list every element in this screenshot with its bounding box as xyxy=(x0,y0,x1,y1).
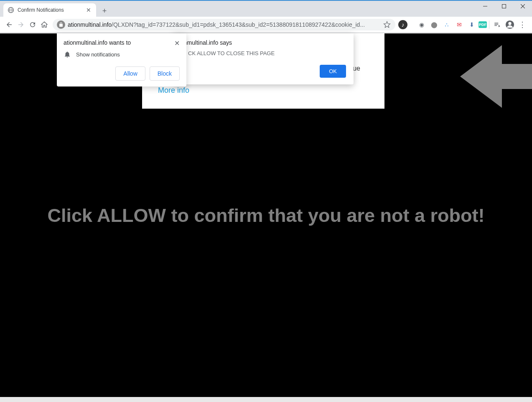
svg-rect-1 xyxy=(502,5,506,8)
chrome-menu-button[interactable]: ⋮ xyxy=(517,19,528,31)
maximize-button[interactable] xyxy=(494,2,513,11)
profile-avatar-icon[interactable] xyxy=(504,19,516,31)
alert-ok-button[interactable]: OK xyxy=(320,65,346,78)
extension-eye-icon[interactable]: ◉ xyxy=(416,19,428,31)
globe-icon xyxy=(8,7,14,13)
tab-close-button[interactable]: ✕ xyxy=(85,7,92,13)
permission-close-button[interactable]: ✕ xyxy=(174,39,180,47)
bookmark-star-icon[interactable] xyxy=(383,20,391,29)
arrow-graphic xyxy=(460,45,532,109)
minimize-button[interactable] xyxy=(476,2,494,11)
bell-icon xyxy=(64,51,71,58)
toolbar-separator xyxy=(489,20,489,29)
new-tab-button[interactable]: + xyxy=(99,5,110,17)
svg-point-8 xyxy=(508,22,511,25)
alert-title: onmultinal.info says xyxy=(173,33,354,48)
more-info-link[interactable]: More info xyxy=(158,86,189,95)
home-button[interactable] xyxy=(38,19,50,31)
extension-pdf-icon[interactable]: PDF xyxy=(479,21,487,28)
permission-origin-text: ationmultinal.info wants to xyxy=(64,39,131,46)
extension-playlist-icon[interactable] xyxy=(491,19,503,31)
url-text: ationmultinal.info/QLXDN?tag_id=737122&s… xyxy=(68,21,383,28)
extension-shield-icon[interactable]: ⬤ xyxy=(428,19,440,31)
extension-mail-icon[interactable]: ✉ xyxy=(453,19,465,31)
lock-icon xyxy=(57,20,65,29)
js-alert-dialog: onmultinal.info says CK ALLOW TO CLOSE T… xyxy=(173,33,354,84)
block-button[interactable]: Block xyxy=(150,66,180,81)
close-window-button[interactable] xyxy=(513,2,532,11)
extension-music-icon[interactable]: ♪ xyxy=(398,20,407,29)
address-bar[interactable]: ationmultinal.info/QLXDN?tag_id=737122&s… xyxy=(53,19,395,31)
page-headline: Click ALLOW to confirm that you are not … xyxy=(0,205,532,226)
permission-body-text: Show notifications xyxy=(76,51,120,58)
back-button[interactable] xyxy=(3,19,15,31)
tab-title: Confirm Notifications xyxy=(18,7,85,13)
tab-bar: Confirm Notifications ✕ + xyxy=(0,1,532,17)
reload-button[interactable] xyxy=(27,19,38,31)
notification-permission-dialog: ationmultinal.info wants to ✕ Show notif… xyxy=(57,33,186,87)
page-content: ue More info Click ALLOW to confirm that… xyxy=(0,33,532,397)
alert-body: CK ALLOW TO CLOSE THIS PAGE xyxy=(173,48,354,61)
extension-translate-icon[interactable]: ⛬ xyxy=(441,19,453,31)
browser-toolbar: ationmultinal.info/QLXDN?tag_id=737122&s… xyxy=(0,17,532,33)
browser-tab[interactable]: Confirm Notifications ✕ xyxy=(3,3,96,17)
svg-marker-9 xyxy=(460,45,532,108)
forward-button[interactable] xyxy=(15,19,27,31)
page-continue-text: ue xyxy=(353,65,360,72)
extension-download-icon[interactable]: ⬇ xyxy=(466,19,478,31)
allow-button[interactable]: Allow xyxy=(115,66,145,81)
